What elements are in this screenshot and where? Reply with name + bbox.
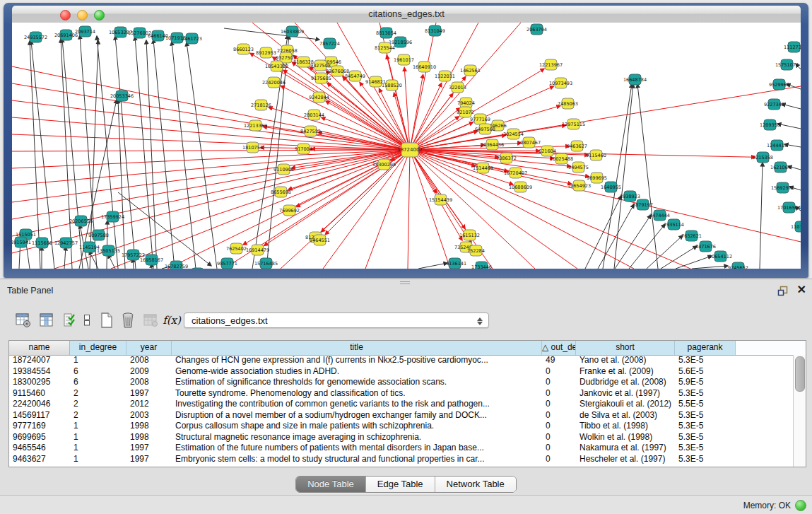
graph-node[interactable]: 10025488 bbox=[550, 153, 573, 164]
graph-node[interactable]: 9857771 bbox=[217, 258, 237, 269]
delete-column-icon[interactable] bbox=[119, 310, 137, 330]
delete-table-icon[interactable] bbox=[141, 310, 160, 330]
graph-node[interactable]: 16782759 bbox=[165, 261, 188, 269]
graph-node[interactable]: 2935114 bbox=[664, 219, 684, 230]
graph-node[interactable]: 9699695 bbox=[587, 173, 607, 183]
row-height-icon[interactable] bbox=[81, 310, 93, 330]
graph-node[interactable]: 17359924 bbox=[101, 211, 124, 222]
graph-node[interactable]: 1462561 bbox=[460, 65, 481, 76]
column-header-pagerank[interactable]: pagerank bbox=[675, 341, 736, 355]
graph-node[interactable]: 1961017 bbox=[394, 54, 414, 65]
graph-node[interactable]: 16914479 bbox=[246, 245, 269, 255]
table-row[interactable]: 977716911998Corpus callosum shape and si… bbox=[9, 421, 794, 432]
graph-node[interactable]: 322013 bbox=[449, 82, 466, 93]
table-row[interactable]: 2242004622012Investigating the contribut… bbox=[9, 399, 794, 410]
graph-node[interactable]: 12942757 bbox=[54, 238, 78, 248]
panel-resize-handle[interactable] bbox=[400, 280, 410, 285]
tab-node-table[interactable]: Node Table bbox=[296, 477, 366, 492]
graph-node[interactable]: 1640955 bbox=[601, 182, 621, 192]
select-all-columns-icon[interactable] bbox=[61, 310, 79, 330]
graph-node[interactable]: 12923446 bbox=[186, 268, 209, 269]
graph-node[interactable]: 15716485 bbox=[254, 258, 278, 269]
graph-node[interactable]: 8131049 bbox=[425, 25, 445, 36]
graph-node[interactable]: 12975115 bbox=[562, 119, 585, 129]
graph-node[interactable]: 1621064 bbox=[770, 162, 791, 173]
table-row[interactable]: 946362711997Embryonic stem cells: a mode… bbox=[9, 454, 794, 465]
graph-node[interactable]: 9227342 bbox=[764, 99, 784, 110]
graph-node[interactable]: 9494575 bbox=[568, 162, 589, 173]
graph-node[interactable]: 1615132 bbox=[459, 230, 480, 240]
memory-status-icon[interactable] bbox=[795, 500, 806, 511]
tab-edge-table[interactable]: Edge Table bbox=[366, 477, 435, 492]
graph-node[interactable]: 10654112 bbox=[709, 251, 732, 262]
table-cell: 5.3E-5 bbox=[675, 432, 736, 443]
table-settings-icon[interactable] bbox=[14, 310, 33, 330]
graph-node[interactable]: 20053346 bbox=[110, 90, 134, 101]
column-header-short[interactable]: short bbox=[576, 341, 675, 355]
graph-node[interactable]: 16648784 bbox=[623, 74, 647, 85]
tab-network-table[interactable]: Network Table bbox=[435, 477, 516, 492]
graph-node[interactable]: 8660123 bbox=[233, 44, 254, 54]
graph-node[interactable]: 9115460 bbox=[586, 150, 606, 160]
graph-node[interactable]: 8471676 bbox=[695, 241, 716, 252]
graph-node[interactable]: 10807467 bbox=[517, 137, 541, 148]
graph-node[interactable]: 19654923 bbox=[567, 180, 591, 191]
graph-node[interactable]: 621604 bbox=[539, 146, 556, 156]
graph-node[interactable]: 9529966 bbox=[769, 79, 789, 90]
graph-node[interactable]: 15751074 bbox=[775, 59, 799, 70]
graph-node[interactable]: 1107533 bbox=[791, 221, 801, 232]
graph-node[interactable]: 2063794 bbox=[526, 24, 547, 35]
graph-node[interactable]: 12213967 bbox=[539, 59, 563, 70]
svg-text:8660123: 8660123 bbox=[233, 47, 254, 52]
column-header-out_de[interactable]: △ out_de... bbox=[542, 341, 576, 355]
window-titlebar[interactable]: citations_edges.txt bbox=[12, 6, 801, 23]
graph-node[interactable]: 8912953 bbox=[256, 47, 276, 58]
graph-node[interactable]: 1209358 bbox=[760, 119, 780, 130]
table-row[interactable]: 1456911722003Disruption of a novel membe… bbox=[9, 410, 794, 421]
graph-node[interactable]: 3024554 bbox=[503, 129, 524, 139]
function-builder-icon[interactable]: f(x) bbox=[163, 310, 181, 330]
graph-node[interactable]: 7485063 bbox=[558, 98, 578, 109]
table-row[interactable]: 911546021997Tourette syndrome. Phenomeno… bbox=[9, 388, 794, 399]
table-selector-dropdown[interactable]: citations_edges.txt bbox=[184, 313, 489, 328]
graph-node[interactable]: 8215358 bbox=[753, 152, 773, 163]
graph-node[interactable]: 7632621 bbox=[681, 230, 702, 241]
graph-node[interactable]: 1115686 bbox=[32, 238, 52, 248]
vertical-scrollbar[interactable] bbox=[793, 355, 806, 467]
close-panel-icon[interactable]: ✕ bbox=[797, 284, 806, 296]
graph-node[interactable]: 2093714 bbox=[75, 26, 95, 37]
table-row[interactable]: 969969511998Structural magnetic resonanc… bbox=[9, 432, 794, 443]
scrollbar-thumb[interactable] bbox=[795, 356, 805, 392]
graph-node[interactable]: 15692971 bbox=[771, 182, 794, 193]
graph-node[interactable]: 14136141 bbox=[443, 258, 466, 269]
graph-node[interactable]: 6879197 bbox=[632, 199, 653, 210]
graph-node[interactable]: 16640910 bbox=[413, 62, 436, 72]
column-header-in_degree[interactable]: in_degree bbox=[70, 341, 126, 355]
graph-node[interactable]: 24935572 bbox=[24, 32, 47, 42]
table-row[interactable]: 1872400712008Changes of HCN gene express… bbox=[9, 355, 794, 366]
table-row[interactable]: 1830029562008Estimation of significance … bbox=[9, 377, 794, 388]
graph-node[interactable]: 10688609 bbox=[509, 182, 532, 192]
graph-node[interactable]: 17016504 bbox=[777, 202, 801, 213]
table-row[interactable]: 1938455462009Genome-wide association stu… bbox=[9, 366, 794, 378]
graph-node[interactable]: 9245652 bbox=[728, 262, 748, 269]
graph-node[interactable]: 2718126 bbox=[251, 100, 271, 110]
graph-node[interactable]: 15154439 bbox=[429, 194, 452, 205]
graph-node[interactable]: 8813054 bbox=[376, 28, 396, 38]
column-header-year[interactable]: year bbox=[126, 341, 172, 355]
graph-node[interactable]: 7386372 bbox=[496, 153, 517, 163]
table-row[interactable]: 946554611997Estimation of the future num… bbox=[9, 443, 794, 454]
graph-node[interactable]: 917004 bbox=[295, 144, 312, 154]
graph-node[interactable]: 7857224 bbox=[319, 38, 340, 49]
graph-node[interactable]: 1244419 bbox=[767, 140, 787, 151]
graph-node[interactable]: 9175685 bbox=[311, 73, 331, 83]
float-panel-icon[interactable] bbox=[777, 286, 789, 296]
new-table-icon[interactable] bbox=[98, 310, 116, 330]
graph-node[interactable]: 12213369 bbox=[244, 120, 267, 131]
show-columns-icon[interactable] bbox=[37, 310, 56, 330]
column-header-name[interactable]: name bbox=[9, 341, 70, 355]
graph-node[interactable]: 1112733 bbox=[784, 42, 801, 52]
column-header-title[interactable]: title bbox=[172, 341, 542, 355]
graph-node[interactable]: 9463627 bbox=[567, 141, 587, 151]
network-canvas[interactable]: 2493557220691406209371410653287152760026… bbox=[12, 23, 801, 269]
